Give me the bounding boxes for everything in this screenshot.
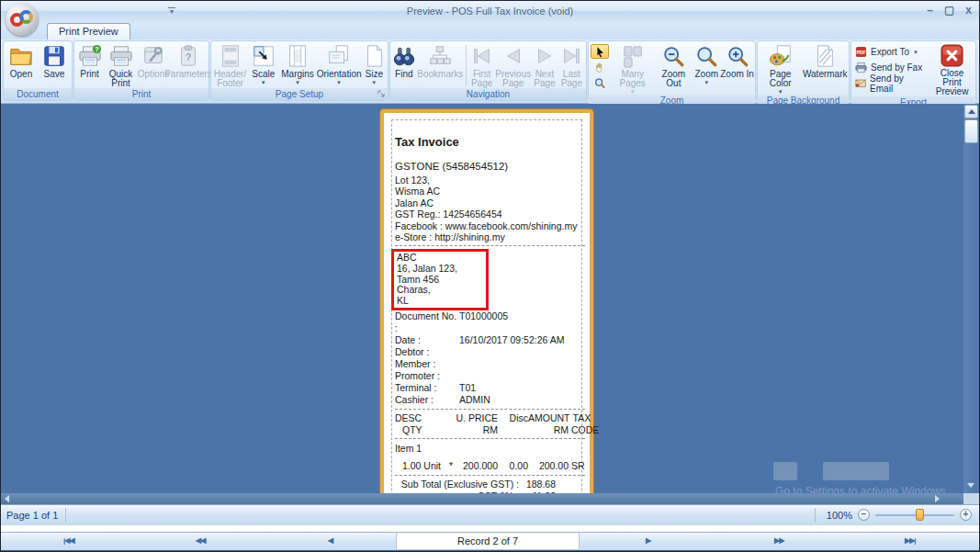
print-preview-canvas[interactable]: Tax Invoice GSTONE (5458454512) Lot 123,…	[1, 104, 979, 504]
margins-icon	[286, 44, 310, 68]
close-print-preview-button[interactable]: Close Print Preview	[929, 43, 974, 96]
bookmarks-sitemap-icon	[428, 44, 452, 68]
ribbon-group-zoom: Many Pages▼ Zoom Out Zoom▼ Zoom In Zoom	[588, 40, 756, 101]
ribbon-group-page-background: Page Color▼ Watermark Page Background	[757, 40, 850, 101]
many-pages-button: Many Pages▼	[611, 43, 654, 95]
svg-text:?: ?	[95, 45, 99, 53]
minimize-button[interactable]: –	[927, 4, 933, 17]
header-footer-icon	[219, 44, 242, 68]
zoom-out-button[interactable]: Zoom Out	[654, 43, 693, 88]
invoice-page: Tax Invoice GSTONE (5458454512) Lot 123,…	[380, 109, 593, 504]
item-row: Item 1 1.00 Unit*200.0000.00200.00SR	[395, 442, 585, 472]
scrollbar-corner	[963, 493, 979, 504]
watermark-button[interactable]: Watermark	[803, 43, 848, 79]
zoom-slider-thumb[interactable]	[916, 509, 924, 521]
small-magnifier-icon	[594, 77, 605, 89]
ribbon-group-navigation: Find Bookmarks First Page Previous Page	[389, 40, 587, 101]
arrow-right-icon[interactable]	[935, 495, 940, 502]
company-name: GSTONE (5458454512)	[395, 161, 585, 172]
save-button[interactable]: Save	[38, 43, 71, 79]
vertical-scroll-thumb[interactable]	[964, 119, 978, 143]
arrow-down-icon[interactable]	[967, 483, 974, 488]
svg-text:?: ?	[186, 52, 191, 62]
size-button[interactable]: Size▼	[362, 43, 387, 85]
margins-button[interactable]: Margins▼	[278, 43, 316, 85]
company-address: Lot 123, Wisma AC Jalan AC GST Reg.: 142…	[395, 175, 585, 242]
next-group-button[interactable]: ▶▶	[774, 536, 783, 545]
print-button[interactable]: ? Print	[75, 43, 104, 79]
receipt-content: Tax Invoice GSTONE (5458454512) Lot 123,…	[395, 119, 585, 504]
arrow-left-icon[interactable]	[5, 495, 9, 502]
email-icon	[855, 77, 866, 89]
page-setup-dialog-launcher-icon[interactable]	[377, 90, 386, 98]
watermark-blob	[823, 462, 889, 480]
watermark-icon	[813, 44, 837, 68]
zoom-out-magnifier-icon	[661, 44, 685, 68]
many-pages-icon	[621, 44, 645, 68]
quick-printer-icon	[109, 44, 133, 68]
find-binoculars-icon	[392, 44, 416, 68]
ribbon-group-document: Open Save Document	[3, 40, 73, 101]
previous-record-button[interactable]: ◀	[328, 536, 332, 545]
group-label-navigation: Navigation	[390, 88, 586, 100]
save-floppy-icon	[42, 44, 66, 68]
arrow-up-icon	[968, 109, 975, 114]
group-separator	[466, 45, 467, 86]
hand-icon	[594, 62, 605, 73]
zoom-in-button[interactable]: Zoom In	[720, 43, 754, 79]
orientation-button[interactable]: Orientation▼	[317, 43, 362, 85]
page-color-button[interactable]: Page Color▼	[759, 43, 803, 95]
app-window: ▼ Preview - POS Full Tax Invoice (void) …	[0, 0, 980, 552]
zoom-tool-button[interactable]	[591, 75, 609, 90]
zoom-magnifier-icon	[694, 44, 718, 68]
receipt-title: Tax Invoice	[395, 135, 585, 149]
ribbon-tab-row: Print Preview	[1, 23, 979, 39]
zoom-in-slider-button[interactable]: +	[960, 509, 972, 521]
parameters-button: ? Parameters	[169, 43, 208, 79]
hand-tool-button[interactable]	[591, 60, 609, 74]
last-record-button[interactable]: ▶▶|	[905, 536, 916, 545]
app-logo-button[interactable]	[6, 3, 39, 36]
next-record-button[interactable]: ▶	[646, 536, 650, 545]
zoom-button[interactable]: Zoom▼	[693, 43, 720, 85]
printer-icon: ?	[78, 44, 102, 68]
customer-address-highlight-box: ABC 16, Jalan 123, Tamn 456 Charas, KL	[391, 249, 489, 310]
horizontal-scrollbar[interactable]	[1, 493, 963, 504]
first-record-button[interactable]: |◀◀	[63, 536, 74, 545]
tab-print-preview[interactable]: Print Preview	[47, 23, 130, 39]
scale-button[interactable]: Scale▼	[248, 43, 278, 85]
title-bar: ▼ Preview - POS Full Tax Invoice (void) …	[1, 1, 979, 23]
scroll-up-button[interactable]	[964, 105, 978, 118]
open-folder-icon	[9, 44, 33, 68]
svg-text:PDF: PDF	[856, 50, 865, 55]
export-to-button[interactable]: PDF Export To▼	[852, 44, 928, 60]
close-preview-x-icon	[941, 44, 963, 67]
vertical-scrollbar[interactable]	[963, 104, 979, 493]
quick-print-button[interactable]: Quick Print	[104, 43, 138, 88]
cursor-arrow-icon	[594, 46, 605, 58]
fax-icon	[855, 62, 867, 73]
scale-icon	[252, 44, 276, 68]
first-page-button: First Page	[468, 43, 495, 88]
last-page-button: Last Page	[558, 43, 585, 88]
find-button[interactable]: Find	[391, 43, 417, 79]
first-page-icon	[470, 44, 494, 68]
maximize-button[interactable]: ▢	[944, 4, 954, 17]
zoom-slider[interactable]	[875, 509, 954, 521]
watermark-blob	[773, 462, 797, 480]
zoom-percentage: 100%	[821, 510, 852, 521]
send-by-email-button[interactable]: Send by Email	[852, 75, 928, 91]
close-button[interactable]: x	[965, 4, 972, 17]
zoom-control: 100% − +	[815, 508, 979, 523]
zoom-out-slider-button[interactable]: −	[858, 509, 870, 521]
next-page-button: Next Page	[531, 43, 558, 88]
window-title: Preview - POS Full Tax Invoice (void)	[1, 6, 979, 17]
pdf-icon: PDF	[855, 46, 867, 58]
status-bar: Page 1 of 1 100% − +	[1, 504, 979, 524]
open-button[interactable]: Open	[5, 43, 38, 79]
next-page-icon	[533, 44, 557, 68]
previous-group-button[interactable]: ◀◀	[196, 536, 205, 545]
bookmarks-button: Bookmarks	[417, 43, 464, 79]
pointer-tool-button[interactable]	[591, 44, 609, 59]
items-table-header: DESCU. PRICEDiscAMOUNTTAX QTYRMRMCODE	[395, 412, 585, 435]
